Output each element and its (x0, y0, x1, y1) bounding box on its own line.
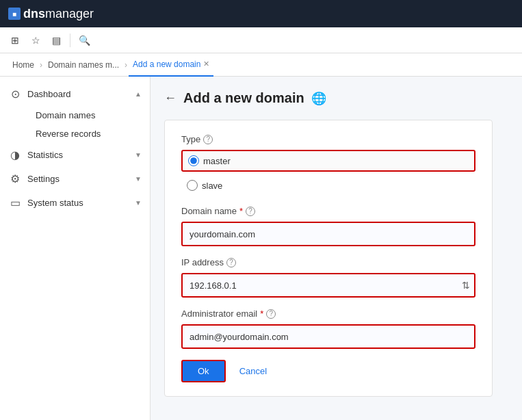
domain-name-input[interactable] (181, 222, 475, 246)
toolbar: ⊞ ☆ ▤ 🔍 (0, 27, 522, 53)
star-icon[interactable]: ☆ (26, 31, 45, 50)
page-title: Add a new domain (183, 90, 304, 106)
sidebar-item-domain-names[interactable]: Domain names (27, 106, 150, 124)
domain-name-help-icon[interactable]: ? (246, 207, 255, 216)
grid-icon[interactable]: ⊞ (5, 31, 25, 50)
statistics-arrow-icon: ▼ (135, 151, 142, 159)
toolbar-separator (70, 34, 70, 47)
system-status-icon: ▭ (8, 196, 22, 209)
radio-slave-row: slave (181, 176, 475, 195)
breadcrumb-home[interactable]: Home (8, 53, 38, 77)
sidebar-item-system-status[interactable]: ▭ System status ▼ (0, 191, 150, 215)
sidebar: ⊙ Dashboard ▲ Domain names Reverse recor… (0, 77, 151, 420)
logo-icon: ■ (8, 8, 21, 20)
admin-email-required: * (260, 309, 263, 319)
cancel-button[interactable]: Cancel (234, 361, 272, 381)
domain-name-label: Domain name * ? (181, 206, 475, 216)
globe-icon: 🌐 (311, 91, 326, 106)
breadcrumb-sep-1: › (40, 60, 42, 70)
search-icon[interactable]: 🔍 (75, 31, 94, 50)
admin-email-field-group: Administrator email * ? (181, 309, 475, 349)
ip-address-help-icon[interactable]: ? (226, 258, 236, 267)
breadcrumb-close-icon[interactable]: ✕ (203, 60, 209, 68)
breadcrumb-domain-names[interactable]: Domain names m... (44, 53, 123, 77)
settings-icon: ⚙ (8, 172, 22, 185)
breadcrumb-bar: Home › Domain names m... › Add a new dom… (0, 53, 522, 77)
domain-name-field-group: Domain name * ? (181, 206, 475, 246)
ip-address-label: IP address ? (181, 257, 475, 267)
domain-name-required: * (239, 206, 243, 216)
breadcrumb-add-domain[interactable]: Add a new domain ✕ (129, 53, 213, 77)
breadcrumb-sep-2: › (125, 60, 127, 70)
settings-arrow-icon: ▼ (135, 175, 142, 183)
sidebar-item-settings[interactable]: ⚙ Settings ▼ (0, 167, 150, 191)
statistics-icon: ◑ (8, 148, 22, 161)
dashboard-arrow-icon: ▲ (135, 90, 142, 98)
admin-email-input[interactable] (181, 324, 475, 349)
top-bar: ■ dnsmanager (0, 0, 522, 27)
radio-slave[interactable] (187, 180, 198, 191)
dashboard-icon: ⊙ (8, 88, 22, 101)
type-radio-group: master slave (181, 150, 475, 195)
form-card: Type ? master slave Domain n (164, 120, 493, 397)
logo-text: dnsmanager (23, 7, 94, 21)
logo: ■ dnsmanager (8, 7, 94, 21)
type-label: Type ? (181, 134, 475, 144)
radio-master-label[interactable]: master (203, 156, 231, 166)
sidebar-item-statistics[interactable]: ◑ Statistics ▼ (0, 143, 150, 167)
ok-button[interactable]: Ok (181, 360, 226, 382)
ip-address-field-group: IP address ? ⇅ (181, 257, 475, 298)
sidebar-sub-dashboard: Domain names Reverse records (0, 106, 150, 143)
type-help-icon[interactable]: ? (203, 135, 213, 144)
main-layout: ⊙ Dashboard ▲ Domain names Reverse recor… (0, 77, 522, 420)
system-status-arrow-icon: ▼ (135, 199, 142, 207)
admin-email-label: Administrator email * ? (181, 309, 475, 319)
ip-address-input[interactable] (181, 273, 475, 298)
calendar-icon[interactable]: ▤ (47, 31, 66, 50)
radio-slave-label[interactable]: slave (202, 181, 222, 191)
radio-master-row: master (181, 150, 475, 172)
page-header: ← Add a new domain 🌐 (164, 90, 508, 106)
sidebar-item-reverse-records[interactable]: Reverse records (27, 124, 150, 143)
ip-address-wrapper: ⇅ (181, 273, 475, 298)
admin-email-help-icon[interactable]: ? (266, 309, 276, 319)
sidebar-item-dashboard[interactable]: ⊙ Dashboard ▲ (0, 82, 150, 106)
button-row: Ok Cancel (181, 360, 475, 382)
back-button[interactable]: ← (164, 91, 177, 105)
content-area: ← Add a new domain 🌐 Type ? master (151, 77, 522, 420)
radio-master[interactable] (188, 155, 199, 166)
type-field-group: Type ? master slave (181, 134, 475, 195)
